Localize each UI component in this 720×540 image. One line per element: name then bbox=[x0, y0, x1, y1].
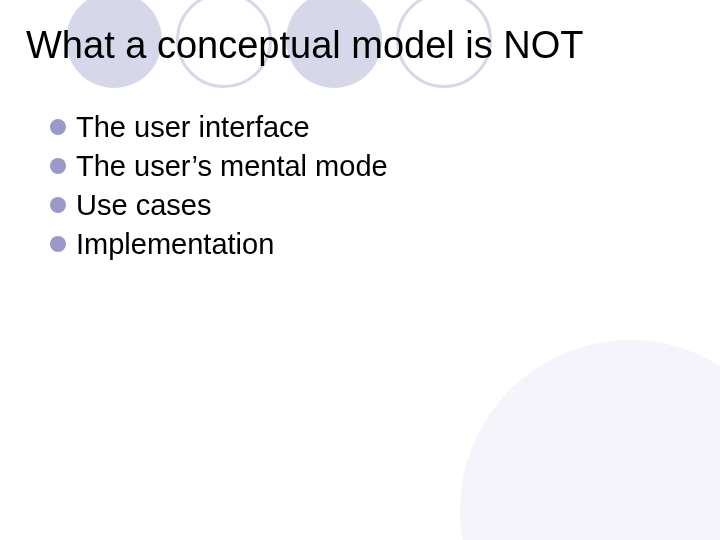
slide-title: What a conceptual model is NOT bbox=[26, 24, 694, 68]
decorative-large-circle bbox=[460, 340, 720, 540]
list-item: Implementation bbox=[50, 225, 694, 264]
list-item: The user interface bbox=[50, 108, 694, 147]
list-item: Use cases bbox=[50, 186, 694, 225]
slide-content: What a conceptual model is NOT The user … bbox=[0, 0, 720, 264]
list-item: The user’s mental mode bbox=[50, 147, 694, 186]
bullet-list: The user interface The user’s mental mod… bbox=[26, 108, 694, 265]
